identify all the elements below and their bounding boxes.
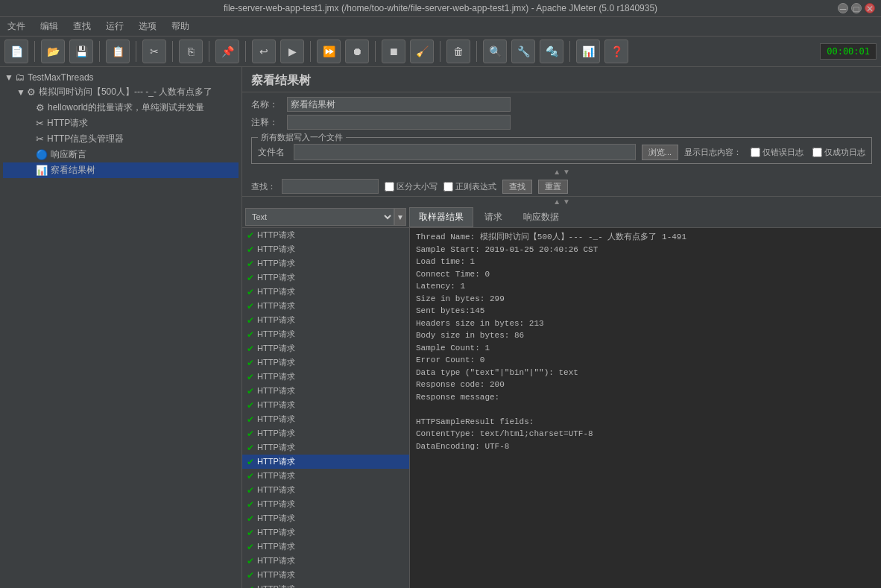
result-item-7[interactable]: ✔HTTP请求 <box>242 327 409 341</box>
scroll-indicator-up[interactable]: ▲ ▼ <box>242 167 881 177</box>
copy-button[interactable]: ⎘ <box>179 39 203 63</box>
result-icon-25: ✔ <box>247 584 254 589</box>
result-item-4[interactable]: ✔HTTP请求 <box>242 285 409 299</box>
clear-button[interactable]: 🧹 <box>410 39 434 63</box>
open-button[interactable]: 📂 <box>41 39 65 63</box>
restore-button[interactable]: □ <box>851 3 862 13</box>
save-button[interactable]: 💾 <box>69 39 93 63</box>
results-dropdown[interactable]: Text <box>245 208 394 226</box>
result-item-1[interactable]: ✔HTTP请求 <box>242 242 409 256</box>
result-label-0: HTTP请求 <box>257 230 295 241</box>
only-success-checkbox[interactable] <box>812 148 822 157</box>
result-item-9[interactable]: ✔HTTP请求 <box>242 355 409 370</box>
result-item-19[interactable]: ✔HTTP请求 <box>242 497 409 511</box>
cut-button[interactable]: ✂ <box>142 39 166 63</box>
result-item-10[interactable]: ✔HTTP请求 <box>242 370 409 384</box>
case-check-label[interactable]: 区分大小写 <box>385 181 438 192</box>
file-input[interactable] <box>294 144 636 160</box>
file-row: 文件名 浏览... 显示日志内容： 仅错误日志 仅成功日志 <box>258 141 865 160</box>
file-section-title: 所有数据写入一个文件 <box>258 132 346 143</box>
menu-item-查找[interactable]: 查找 <box>70 19 94 34</box>
result-item-14[interactable]: ✔HTTP请求 <box>242 426 409 440</box>
run-button[interactable]: ▶ <box>280 39 304 63</box>
result-item-16[interactable]: ✔HTTP请求 <box>242 455 409 469</box>
remote-stop-button[interactable]: 🔩 <box>540 39 563 63</box>
result-item-24[interactable]: ✔HTTP请求 <box>242 568 409 582</box>
regex-checkbox[interactable] <box>443 182 453 192</box>
menu-item-文件[interactable]: 文件 <box>4 19 28 34</box>
result-item-20[interactable]: ✔HTTP请求 <box>242 511 409 525</box>
result-item-3[interactable]: ✔HTTP请求 <box>242 271 409 285</box>
new-button[interactable]: 📄 <box>4 39 28 63</box>
result-item-23[interactable]: ✔HTTP请求 <box>242 554 409 568</box>
result-item-15[interactable]: ✔HTTP请求 <box>242 440 409 455</box>
find-button[interactable]: 查找 <box>502 180 532 194</box>
tree-toggle-test-plan[interactable]: ▼ <box>4 72 13 83</box>
reset-button[interactable]: 重置 <box>538 180 568 194</box>
tree-item-result-tree[interactable]: 📊察看结果树 <box>3 162 239 178</box>
tab-请求[interactable]: 请求 <box>475 207 512 227</box>
result-icon-16: ✔ <box>247 457 254 467</box>
help-button[interactable]: ❓ <box>604 39 628 63</box>
dropdown-arrow[interactable]: ▼ <box>394 208 406 226</box>
tab-响应数据[interactable]: 响应数据 <box>514 207 569 227</box>
tree-toggle-thread-group[interactable]: ▼ <box>16 87 25 98</box>
result-item-18[interactable]: ✔HTTP请求 <box>242 483 409 497</box>
minimize-button[interactable]: ─ <box>838 3 848 13</box>
search-input[interactable] <box>282 179 379 194</box>
result-item-5[interactable]: ✔HTTP请求 <box>242 299 409 313</box>
tree-item-http-header-mgr[interactable]: ✂HTTP信息头管理器 <box>3 131 239 147</box>
paste-button[interactable]: 📌 <box>215 39 239 63</box>
close-button[interactable]: ✕ <box>865 3 875 13</box>
tree-label-http-request: HTTP请求 <box>47 117 88 130</box>
result-label-23: HTTP请求 <box>257 555 295 566</box>
case-checkbox[interactable] <box>385 182 394 192</box>
result-item-11[interactable]: ✔HTTP请求 <box>242 384 409 398</box>
regex-check-label[interactable]: 正则表达式 <box>443 181 496 192</box>
menu-item-编辑[interactable]: 编辑 <box>37 19 61 34</box>
detail-line: HTTPSampleResult fields: <box>416 416 875 429</box>
templates-button[interactable]: 📊 <box>576 39 600 63</box>
stop-button[interactable]: ⏺ <box>345 39 369 63</box>
comment-input[interactable] <box>287 115 511 130</box>
results-list: ✔HTTP请求✔HTTP请求✔HTTP请求✔HTTP请求✔HTTP请求✔HTTP… <box>242 228 410 588</box>
tab-取样器结果[interactable]: 取样器结果 <box>409 207 473 227</box>
name-input[interactable] <box>287 97 511 112</box>
result-item-2[interactable]: ✔HTTP请求 <box>242 256 409 271</box>
menu-item-运行[interactable]: 运行 <box>103 19 127 34</box>
menu-item-帮助[interactable]: 帮助 <box>168 19 192 34</box>
tree-item-http-request[interactable]: ✂HTTP请求 <box>3 116 239 131</box>
comment-row: 注释： <box>251 115 872 130</box>
result-item-13[interactable]: ✔HTTP请求 <box>242 412 409 426</box>
result-item-25[interactable]: ✔HTTP请求 <box>242 582 409 588</box>
result-item-8[interactable]: ✔HTTP请求 <box>242 341 409 355</box>
clear-all-button[interactable]: 🗑 <box>446 39 470 63</box>
run-all-button[interactable]: ⏩ <box>317 39 341 63</box>
result-label-21: HTTP请求 <box>257 527 295 538</box>
tree-item-thread-group[interactable]: ▼⚙模拟同时访问【500人】--- -_- 人数有点多了 <box>3 84 239 100</box>
result-label-5: HTTP请求 <box>257 300 295 312</box>
undo-button[interactable]: ↩ <box>252 39 276 63</box>
result-label-15: HTTP请求 <box>257 442 295 453</box>
stop-all-button[interactable]: ⏹ <box>382 39 405 63</box>
result-item-6[interactable]: ✔HTTP请求 <box>242 313 409 327</box>
only-errors-label[interactable]: 仅错误日志 <box>751 147 803 158</box>
search-button[interactable]: 🔍 <box>483 39 507 63</box>
save-as-button[interactable]: 📋 <box>106 39 130 63</box>
tree-item-test-plan[interactable]: ▼🗂TestMaxThreads <box>3 70 239 84</box>
result-label-12: HTTP请求 <box>257 399 295 411</box>
only-success-label[interactable]: 仅成功日志 <box>812 147 865 158</box>
result-item-17[interactable]: ✔HTTP请求 <box>242 469 409 483</box>
result-item-12[interactable]: ✔HTTP请求 <box>242 398 409 412</box>
form-area: 名称： 注释： <box>242 92 881 134</box>
result-item-0[interactable]: ✔HTTP请求 <box>242 228 409 242</box>
menu-item-选项[interactable]: 选项 <box>136 19 160 34</box>
result-item-22[interactable]: ✔HTTP请求 <box>242 540 409 554</box>
browse-button[interactable]: 浏览... <box>642 145 678 160</box>
tree-item-http-batch[interactable]: ⚙helloworld的批量请求，单纯测试并发量 <box>3 100 239 116</box>
tree-item-assert[interactable]: 🔵响应断言 <box>3 147 239 162</box>
remote-start-button[interactable]: 🔧 <box>511 39 535 63</box>
only-errors-checkbox[interactable] <box>751 148 760 157</box>
scroll-indicator-down[interactable]: ▲ ▼ <box>242 197 881 206</box>
result-item-21[interactable]: ✔HTTP请求 <box>242 525 409 540</box>
